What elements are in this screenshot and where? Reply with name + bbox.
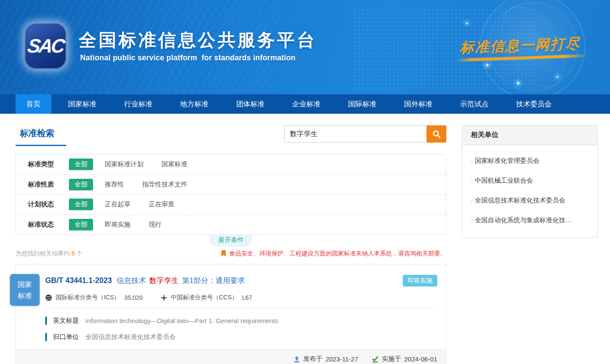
- left-column: 标准检索 标准类型全部国家标准计划国家标准标准性质全部推荐性指导性技术文件计划状…: [16, 125, 446, 364]
- publish-date: 2023-11-27: [326, 355, 358, 363]
- standard-code-link[interactable]: GB/T 43441.1-2023: [45, 276, 112, 285]
- main-nav: 首页国家标准行业标准地方标准团体标准企业标准国际标准国外标准示范试点技术委员会: [0, 94, 610, 114]
- classification-row: 国际标准分类号（ICS） 35.020 中国标准分类号（CCS） L67: [45, 294, 437, 302]
- related-unit-item-0[interactable]: 国家标准化管理委员会: [471, 151, 589, 171]
- card-body: GB/T 43441.1-2023 信息技术 数字孪生 第1部分：通用要求 即将…: [16, 264, 446, 341]
- filter-row-0-option-1[interactable]: 国家标准: [162, 160, 187, 168]
- publish-upload-icon: [293, 356, 300, 363]
- ics-globe-icon: [45, 294, 52, 301]
- notice-message: 食品安全、环境保护、工程建设方面的国家标准未纳入本系统，请咨询相关部委。: [221, 250, 446, 258]
- card-divider: [45, 308, 437, 308]
- filter-row-1-option-1[interactable]: 指导性技术文件: [142, 180, 187, 189]
- standard-type-badge[interactable]: 国家 标准: [10, 274, 40, 306]
- site-header: SAC 全国标准信息公共服务平台 National public service…: [0, 0, 610, 94]
- dept-label: 归口单位: [53, 333, 79, 341]
- english-title-row: 英文标题 Information technology—Digital twin…: [45, 317, 437, 325]
- filter-row-2-label: 计划状态: [28, 200, 69, 208]
- ics-label: 国际标准分类号（ICS）: [56, 294, 120, 302]
- ccs-compass-icon: [161, 295, 167, 301]
- english-title-value: Information technology—Digital twin—Part…: [85, 317, 278, 324]
- nav-tab-2[interactable]: 行业标准: [113, 94, 163, 114]
- filter-row-2-option-1[interactable]: 正在审查: [149, 200, 174, 208]
- filter-row-3-option-0[interactable]: 即将实施: [105, 221, 131, 229]
- nav-tab-0[interactable]: 首页: [16, 94, 51, 114]
- filter-row-2: 计划状态全部正在起草正在审查: [16, 195, 446, 215]
- sparkle-dot: [466, 22, 468, 24]
- filter-row-3-label: 标准状态: [28, 221, 69, 229]
- right-column: 相关单位 国家标准化管理委员会中国机械工业联合会全国信息技术标准化技术委员会全国…: [462, 125, 598, 238]
- results-summary-row: 为您找到相关结果约6个 食品安全、环境保护、工程建设方面的国家标准未纳入本系统，…: [16, 250, 446, 258]
- dept-row: 归口单位 全国信息技术标准化技术委员会: [45, 333, 437, 341]
- dept-value: 全国信息技术标准化技术委员会: [85, 333, 176, 341]
- standard-title-part1[interactable]: 信息技术: [117, 276, 146, 286]
- filter-row-2-option-0[interactable]: 正在起草: [105, 200, 131, 208]
- expand-conditions-button[interactable]: 展开条件: [210, 235, 252, 247]
- nav-tab-4[interactable]: 团体标准: [225, 94, 275, 114]
- filter-row-1-label: 标准性质: [28, 180, 69, 189]
- standard-title-highlight[interactable]: 数字孪生: [149, 276, 179, 286]
- filter-row-3-option-1[interactable]: 现行: [149, 221, 162, 229]
- related-unit-item-3[interactable]: 全国自动化系统与集成标准化技…: [471, 210, 589, 230]
- filter-row-1-option-0[interactable]: 推荐性: [105, 180, 124, 189]
- implement-date: 2024-06-01: [404, 355, 437, 363]
- ccs-label: 中国标准分类号（CCS）: [171, 294, 238, 302]
- main-content: 标准检索 标准类型全部国家标准计划国家标准标准性质全部推荐性指导性技术文件计划状…: [0, 114, 610, 364]
- standard-title-row: GB/T 43441.1-2023 信息技术 数字孪生 第1部分：通用要求 即将…: [45, 275, 437, 286]
- publish-date-item: 发布于 2023-11-27: [293, 355, 358, 363]
- info-bar: [45, 333, 47, 341]
- nav-tab-1[interactable]: 国家标准: [57, 94, 107, 114]
- filter-row-0: 标准类型全部国家标准计划国家标准: [16, 155, 446, 175]
- bookmark-icon: [221, 250, 226, 257]
- nav-tab-7[interactable]: 国外标准: [393, 94, 443, 114]
- related-units-list: 国家标准化管理委员会中国机械工业联合会全国信息技术标准化技术委员会全国自动化系统…: [462, 145, 598, 237]
- sparkle-dot: [517, 82, 520, 84]
- search-group: [284, 125, 446, 143]
- ccs-value: L67: [242, 294, 252, 301]
- results-count-text: 为您找到相关结果约6个: [16, 250, 83, 258]
- platform-title: 全国标准信息公共服务平台: [79, 28, 317, 52]
- sparkle-dot: [486, 64, 489, 66]
- search-input[interactable]: [284, 125, 426, 143]
- nav-tab-9[interactable]: 技术委员会: [505, 94, 563, 114]
- nav-tab-5[interactable]: 企业标准: [281, 94, 331, 114]
- ics-value: 35.020: [124, 294, 143, 301]
- implement-check-icon: [372, 356, 379, 363]
- standard-result-card: 国家 标准 GB/T 43441.1-2023 信息技术 数字孪生 第1部分：通…: [16, 264, 446, 364]
- english-title-label: 英文标题: [53, 317, 79, 325]
- filter-row-0-label: 标准类型: [28, 160, 69, 168]
- nav-tab-6[interactable]: 国际标准: [337, 94, 387, 114]
- nav-tab-8[interactable]: 示范试点: [449, 94, 499, 114]
- filter-box: 标准类型全部国家标准计划国家标准标准性质全部推荐性指导性技术文件计划状态全部正在…: [16, 154, 446, 235]
- filter-row-0-all-button[interactable]: 全部: [69, 159, 93, 170]
- sac-logo[interactable]: SAC: [25, 23, 66, 69]
- related-unit-item-1[interactable]: 中国机械工业联合会: [471, 171, 589, 190]
- results-count: 6: [72, 250, 75, 257]
- search-section: 标准检索: [16, 125, 446, 146]
- sparkle-dot: [557, 76, 558, 78]
- section-title-standard-search: 标准检索: [16, 125, 66, 146]
- related-units-box: 相关单位 国家标准化管理委员会中国机械工业联合会全国信息技术标准化技术委员会全国…: [462, 125, 598, 238]
- related-units-title: 相关单位: [462, 125, 598, 145]
- platform-subtitle: National public service platform for sta…: [80, 53, 296, 62]
- nav-tab-3[interactable]: 地方标准: [169, 94, 219, 114]
- filter-row-1: 标准性质全部推荐性指导性技术文件: [16, 175, 446, 195]
- related-unit-item-2[interactable]: 全国信息技术标准化技术委员会: [471, 190, 589, 210]
- search-icon: [432, 130, 441, 139]
- card-footer: 发布于 2023-11-27 实施于 2024-06-01: [16, 349, 446, 364]
- info-bar: [45, 317, 47, 325]
- filter-row-0-option-0[interactable]: 国家标准计划: [105, 160, 143, 168]
- expand-wrap: 展开条件: [16, 235, 446, 247]
- implement-date-item: 实施于 2024-06-01: [372, 355, 437, 363]
- filter-row-1-all-button[interactable]: 全部: [69, 179, 93, 190]
- filter-row-3: 标准状态全部即将实施现行: [16, 215, 446, 235]
- search-button[interactable]: [426, 125, 446, 143]
- filter-row-3-all-button[interactable]: 全部: [69, 219, 93, 230]
- status-badge: 即将实施: [403, 275, 437, 286]
- filter-row-2-all-button[interactable]: 全部: [69, 199, 93, 210]
- sac-logo-text: SAC: [26, 35, 65, 57]
- standard-title-part2[interactable]: 第1部分：通用要求: [182, 276, 245, 286]
